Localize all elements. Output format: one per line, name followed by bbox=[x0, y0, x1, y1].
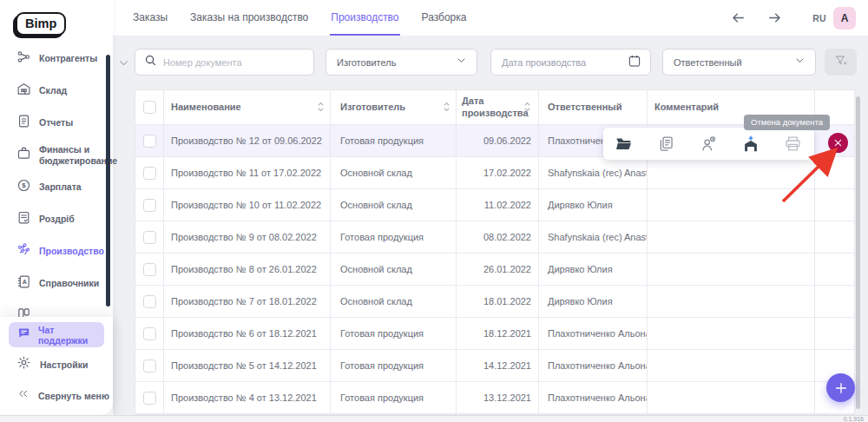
warehouse-icon bbox=[16, 82, 31, 100]
cell-name: Производство № 4 от 13.12.2021 bbox=[164, 382, 331, 413]
cell-responsible: Дирявко Юлия bbox=[539, 189, 648, 221]
cell-responsible: Плахотниченко Альона bbox=[539, 382, 648, 413]
sidebar-item-retail[interactable]: Роздріб bbox=[0, 203, 113, 235]
retail-icon bbox=[16, 210, 31, 228]
cell-date: 09.06.2022 bbox=[457, 125, 539, 156]
cell-name: Производство № 10 от 11.02.2022 bbox=[164, 189, 331, 221]
copy-document-icon[interactable] bbox=[655, 133, 678, 155]
cell-comment bbox=[648, 382, 815, 413]
sidebar-item-warehouse[interactable]: Склад bbox=[0, 75, 113, 107]
tab-disassembly[interactable]: Разборка bbox=[421, 0, 468, 36]
row-action-bar bbox=[603, 128, 814, 160]
cell-responsible: Дирявко Юлия bbox=[539, 286, 648, 317]
cell-date: 14.12.2021 bbox=[457, 350, 539, 381]
sort-icon[interactable] bbox=[317, 101, 325, 115]
app-logo: Bimp bbox=[16, 12, 66, 36]
print-icon[interactable] bbox=[782, 133, 805, 155]
cell-manufacturer: Готовая продукция bbox=[331, 350, 457, 381]
cell-name: Производство № 9 от 08.02.2022 bbox=[164, 221, 331, 253]
warehouse-plus-icon[interactable] bbox=[740, 133, 762, 155]
chevron-down-icon bbox=[455, 54, 468, 70]
row-checkbox[interactable] bbox=[143, 135, 156, 148]
cell-name: Производство № 8 от 26.01.2022 bbox=[164, 254, 331, 285]
sidebar-item-reports[interactable]: Отчеты bbox=[0, 107, 113, 139]
row-checkbox[interactable] bbox=[143, 167, 156, 180]
search-icon bbox=[144, 54, 157, 70]
top-bar: Заказы Заказы на производство Производст… bbox=[113, 0, 868, 36]
add-document-button[interactable] bbox=[826, 373, 855, 402]
table-row[interactable]: Производство № 8 от 26.01.2022 Основной … bbox=[135, 254, 854, 286]
table-row[interactable]: Производство № 10 от 11.02.2022 Основной… bbox=[135, 189, 854, 221]
tab-orders[interactable]: Заказы bbox=[132, 0, 168, 36]
sidebar-item-finance[interactable]: Финансы и бюджетирование bbox=[0, 139, 113, 171]
cell-comment bbox=[648, 189, 815, 221]
directories-icon: A bbox=[16, 274, 31, 293]
responsible-select[interactable]: Ответственный bbox=[662, 49, 816, 76]
sidebar-item-directories[interactable]: A Справочники bbox=[0, 267, 113, 300]
manufacturer-select[interactable]: Изготовитель bbox=[326, 49, 477, 76]
svg-text:A: A bbox=[23, 279, 27, 286]
production-date-picker[interactable]: Дата производства bbox=[490, 49, 651, 76]
table-scrollbar[interactable] bbox=[856, 96, 860, 409]
document-number-search[interactable] bbox=[135, 49, 314, 76]
funnel-x-icon bbox=[834, 54, 848, 71]
sort-icon[interactable] bbox=[523, 101, 531, 115]
sidebar-item-salary[interactable]: $ Зарплата bbox=[0, 171, 113, 203]
row-checkbox[interactable] bbox=[143, 199, 156, 212]
sidebar-item-support-chat[interactable]: Чат поддержки bbox=[9, 322, 104, 347]
search-input[interactable] bbox=[163, 57, 305, 68]
back-arrow-icon[interactable] bbox=[730, 10, 746, 26]
row-checkbox[interactable] bbox=[143, 392, 156, 405]
filter-collapse-chevron-icon[interactable] bbox=[116, 56, 131, 70]
table-row[interactable]: Производство № 7 от 18.01.2022 Основной … bbox=[135, 286, 854, 318]
cell-manufacturer: Готовая продукция bbox=[331, 382, 457, 413]
cell-responsible: Дирявко Юлия bbox=[539, 254, 648, 285]
cell-comment bbox=[648, 254, 815, 285]
cell-manufacturer: Основной склад bbox=[331, 189, 457, 221]
column-header-date[interactable]: Дата производства bbox=[457, 90, 539, 124]
table-row[interactable]: Производство № 5 от 14.12.2021 Готовая п… bbox=[135, 350, 854, 382]
tab-bar: Заказы Заказы на производство Производст… bbox=[132, 0, 467, 36]
table-row[interactable]: Производство № 4 от 13.12.2021 Готовая п… bbox=[135, 382, 854, 414]
tab-production-orders[interactable]: Заказы на производство bbox=[189, 0, 309, 36]
cell-date: 18.12.2021 bbox=[457, 318, 539, 349]
cancel-document-button[interactable] bbox=[828, 133, 848, 153]
cell-comment bbox=[648, 350, 815, 381]
assign-responsible-icon[interactable] bbox=[697, 133, 720, 155]
row-checkbox[interactable] bbox=[143, 231, 156, 244]
table-row[interactable]: Производство № 9 от 08.02.2022 Готовая п… bbox=[135, 221, 854, 254]
sidebar-item-settings[interactable]: Настройки bbox=[16, 355, 88, 373]
bottom-strip: 0.1.916 bbox=[0, 415, 868, 422]
row-checkbox[interactable] bbox=[143, 263, 156, 276]
row-checkbox[interactable] bbox=[143, 295, 156, 308]
column-header-name[interactable]: Наименование bbox=[164, 90, 331, 124]
cell-responsible: Shafynskaia (rec) Anastasya bbox=[539, 157, 648, 188]
reports-icon bbox=[16, 114, 31, 132]
avatar[interactable]: A bbox=[833, 7, 856, 30]
open-document-icon[interactable] bbox=[613, 133, 635, 155]
clear-filters-button[interactable] bbox=[825, 49, 857, 76]
sort-icon[interactable] bbox=[443, 101, 450, 115]
cell-responsible: Плахотниченко Альона bbox=[539, 318, 648, 349]
salary-icon: $ bbox=[16, 178, 31, 196]
cell-name: Производство № 12 от 09.06.2022 bbox=[164, 125, 331, 156]
table-row[interactable]: Производство № 6 от 18.12.2021 Готовая п… bbox=[135, 318, 854, 350]
table-row[interactable]: Производство № 11 от 17.02.2022 Основной… bbox=[135, 157, 854, 189]
row-checkbox[interactable] bbox=[143, 327, 156, 340]
sidebar-item-production[interactable]: Производство bbox=[0, 235, 113, 267]
cell-comment bbox=[648, 157, 815, 188]
sidebar-collapse-button[interactable]: Свернуть меню bbox=[16, 387, 109, 404]
row-checkbox[interactable] bbox=[143, 359, 156, 373]
forward-arrow-icon[interactable] bbox=[766, 10, 783, 26]
select-all-checkbox[interactable] bbox=[143, 101, 156, 114]
language-selector[interactable]: RU bbox=[812, 13, 826, 23]
cell-date: 08.02.2022 bbox=[457, 221, 539, 253]
sidebar-scrollbar[interactable] bbox=[106, 55, 110, 307]
cell-name: Производство № 6 от 18.12.2021 bbox=[164, 318, 331, 349]
sidebar-item-contractors[interactable]: Контрагенты bbox=[0, 43, 113, 75]
column-header-manufacturer[interactable]: Изготовитель bbox=[331, 90, 457, 124]
gear-icon bbox=[16, 355, 31, 373]
collapse-icon bbox=[16, 387, 30, 404]
cell-date: 13.12.2021 bbox=[457, 382, 539, 413]
tab-production[interactable]: Производство bbox=[330, 0, 399, 36]
